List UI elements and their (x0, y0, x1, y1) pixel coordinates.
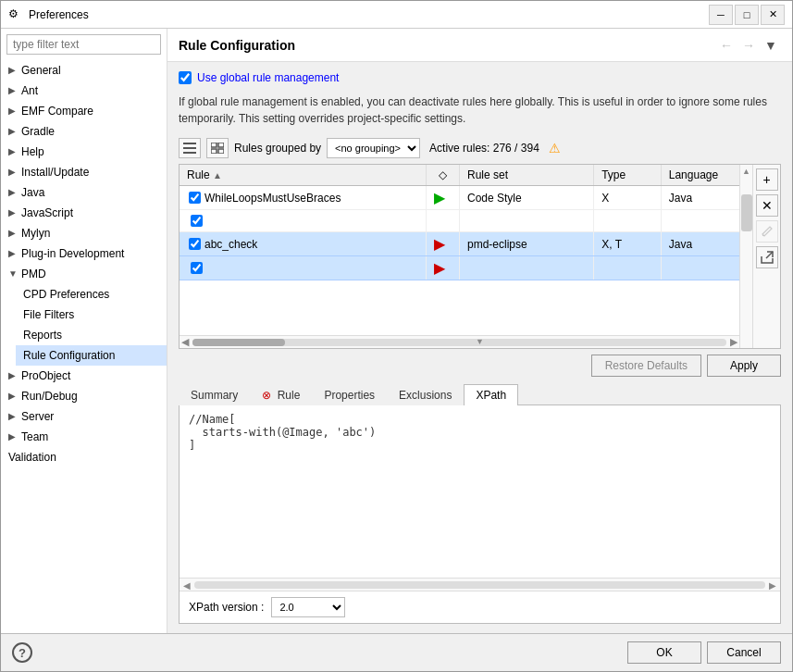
groupby-select[interactable]: <no grouping> (327, 138, 420, 158)
tab-properties[interactable]: Properties (312, 384, 387, 405)
sidebar-item-ant[interactable]: ▶ Ant (1, 81, 167, 101)
scrollbar-thumb-v[interactable] (741, 194, 752, 231)
code-scroll-left[interactable]: ◀ (180, 579, 194, 591)
expand-arrow: ▶ (8, 164, 19, 180)
rule-table-scroll[interactable]: Rule ▲ ◇ Rule set Type Language (180, 165, 739, 335)
footer-right: OK Cancel (627, 641, 781, 664)
type-cell (594, 210, 662, 232)
sidebar-item-help[interactable]: ▶ Help (1, 142, 167, 162)
expand-arrow: ▶ (8, 143, 19, 160)
svg-rect-4 (218, 143, 224, 147)
sidebar-item-reports[interactable]: Reports (16, 325, 167, 345)
ruleset-cell (459, 256, 593, 280)
tab-rule[interactable]: ⊗ Rule (250, 384, 312, 405)
global-rule-checkbox[interactable] (179, 71, 192, 84)
sidebar-item-proobject[interactable]: ▶ ProObject (1, 366, 167, 386)
forward-button[interactable]: → (738, 36, 759, 55)
rule-checkbox[interactable] (191, 262, 203, 274)
tab-xpath[interactable]: XPath (464, 384, 518, 405)
remove-rule-button[interactable]: ✕ (756, 194, 778, 217)
cancel-button[interactable]: Cancel (707, 641, 781, 664)
expand-arrow: ▶ (8, 205, 19, 221)
sidebar-item-label: Team (21, 429, 48, 445)
expand-arrow: ▶ (8, 82, 19, 99)
sidebar-item-label: Reports (23, 327, 62, 343)
grid-view-icon (211, 143, 224, 154)
rule-checkbox[interactable] (189, 192, 201, 204)
sidebar-item-cpd-preferences[interactable]: CPD Preferences (16, 284, 167, 305)
panel-title: Rule Configuration (179, 38, 295, 53)
title-bar: ⚙ Preferences ─ □ ✕ (1, 1, 792, 29)
sidebar-item-mylyn[interactable]: ▶ Mylyn (1, 223, 167, 243)
restore-defaults-button[interactable]: Restore Defaults (591, 355, 701, 377)
nav-buttons: ← → ▼ (716, 36, 781, 55)
rule-checkbox[interactable] (191, 215, 203, 227)
sidebar-item-install-update[interactable]: ▶ Install/Update (1, 162, 167, 182)
export-rule-button[interactable] (756, 246, 778, 268)
expand-arrow: ▼ (8, 266, 19, 282)
tab-summary[interactable]: Summary (179, 384, 250, 405)
help-button[interactable]: ? (12, 642, 32, 663)
table-row[interactable]: abc_check ▶ pmd-eclipse X, T Jav (180, 232, 739, 256)
edit-rule-button[interactable] (756, 220, 778, 243)
tab-exclusions[interactable]: Exclusions (387, 384, 464, 405)
sidebar-item-gradle[interactable]: ▶ Gradle (1, 121, 167, 142)
sidebar-item-rule-configuration[interactable]: Rule Configuration (16, 345, 167, 366)
global-rule-label: Use global rule management (197, 71, 339, 84)
rule-name: abc_check (204, 238, 257, 251)
table-row[interactable]: ▶ (180, 256, 739, 280)
close-button[interactable]: ✕ (761, 5, 785, 25)
pmd-children: CPD Preferences File Filters Reports Rul… (1, 284, 167, 366)
table-row[interactable]: WhileLoopsMustUseBraces ▶ Code Style X (180, 186, 739, 210)
sidebar-item-file-filters[interactable]: File Filters (16, 305, 167, 325)
sidebar-item-server[interactable]: ▶ Server (1, 406, 167, 427)
expand-arrow: ▶ (8, 429, 19, 445)
svg-rect-0 (183, 143, 196, 144)
table-row[interactable] (180, 210, 739, 232)
window-icon: ⚙ (8, 7, 23, 22)
list-view-button[interactable] (179, 138, 201, 158)
rule-checkbox[interactable] (189, 238, 201, 250)
back-button[interactable]: ← (716, 36, 737, 55)
expand-arrow: ▶ (8, 408, 19, 425)
rule-table: Rule ▲ ◇ Rule set Type Language (180, 165, 739, 280)
sidebar-item-run-debug[interactable]: ▶ Run/Debug (1, 386, 167, 406)
col-header-ruleset: Rule set (459, 165, 593, 186)
scroll-down-arrow[interactable]: ▼ (180, 337, 780, 348)
code-scroll-right[interactable]: ▶ (765, 579, 780, 591)
maximize-button[interactable]: □ (735, 5, 759, 25)
sidebar-item-general[interactable]: ▶ General (1, 60, 167, 81)
panel-header: Rule Configuration ← → ▼ (167, 29, 792, 62)
apply-button[interactable]: Apply (707, 355, 781, 377)
sidebar-item-label: Run/Debug (21, 388, 78, 404)
sidebar-item-label: Server (21, 408, 54, 425)
minimize-button[interactable]: ─ (709, 5, 733, 25)
tab-label: XPath (476, 389, 506, 402)
dropdown-button[interactable]: ▼ (761, 36, 781, 55)
expand-arrow: ▶ (8, 245, 19, 262)
filter-input[interactable] (6, 34, 161, 55)
sidebar-item-label: JavaScript (21, 205, 73, 221)
sort-icon: ▲ (213, 170, 222, 180)
sidebar-item-validation[interactable]: Validation (1, 447, 167, 467)
grid-view-button[interactable] (206, 138, 229, 158)
xpath-code-editor[interactable]: //Name[ starts-with(@Image, 'abc') ] (180, 405, 780, 578)
add-rule-button[interactable]: + (756, 168, 778, 191)
code-h-scrollbar[interactable]: ◀ ▶ (180, 578, 780, 591)
expand-arrow: ▶ (8, 103, 19, 119)
sidebar-item-team[interactable]: ▶ Team (1, 427, 167, 447)
sidebar-item-plugin-development[interactable]: ▶ Plug-in Development (1, 243, 167, 264)
scroll-up-arrow[interactable]: ▲ (740, 165, 752, 176)
ok-button[interactable]: OK (627, 641, 701, 664)
sidebar-item-label: File Filters (23, 306, 74, 323)
sidebar-item-javascript[interactable]: ▶ JavaScript (1, 203, 167, 223)
sidebar-item-pmd[interactable]: ▼ PMD (1, 264, 167, 284)
main-content: ▶ General ▶ Ant ▶ EMF Compare ▶ Gradle ▶ (1, 29, 792, 633)
xpath-version-select[interactable]: 1.0 2.0 3.0 (271, 597, 345, 617)
sidebar-item-emf-compare[interactable]: ▶ EMF Compare (1, 101, 167, 121)
sidebar-item-java[interactable]: ▶ Java (1, 182, 167, 203)
expand-arrow: ▶ (8, 123, 19, 140)
col-header-rule: Rule ▲ (180, 165, 426, 186)
col-header-diamond: ◇ (426, 165, 459, 186)
sidebar-item-label: Rule Configuration (23, 347, 115, 364)
